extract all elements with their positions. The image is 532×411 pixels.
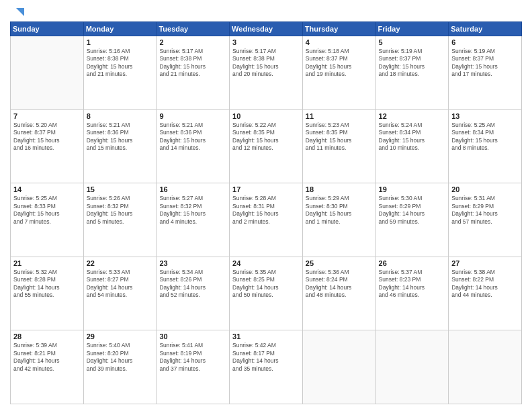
day-info: Sunrise: 5:35 AM Sunset: 8:25 PM Dayligh… [232, 269, 300, 300]
day-info: Sunrise: 5:21 AM Sunset: 8:36 PM Dayligh… [87, 122, 154, 152]
svg-marker-0 [16, 8, 24, 16]
calendar-week-row: 1Sunrise: 5:16 AM Sunset: 8:38 PM Daylig… [11, 36, 522, 110]
day-number: 2 [159, 38, 226, 46]
day-info: Sunrise: 5:41 AM Sunset: 8:19 PM Dayligh… [159, 342, 226, 373]
day-number: 31 [232, 332, 300, 340]
day-number: 6 [451, 38, 519, 46]
day-info: Sunrise: 5:32 AM Sunset: 8:28 PM Dayligh… [13, 269, 81, 300]
day-number: 15 [87, 185, 154, 193]
table-row: 20Sunrise: 5:31 AM Sunset: 8:29 PM Dayli… [449, 183, 522, 257]
day-number: 16 [159, 185, 226, 193]
table-row: 31Sunrise: 5:42 AM Sunset: 8:17 PM Dayli… [230, 330, 303, 404]
calendar-week-row: 14Sunrise: 5:25 AM Sunset: 8:33 PM Dayli… [11, 183, 522, 257]
col-monday: Monday [83, 22, 157, 36]
table-row: 24Sunrise: 5:35 AM Sunset: 8:25 PM Dayli… [230, 257, 303, 330]
table-row: 9Sunrise: 5:21 AM Sunset: 8:36 PM Daylig… [157, 109, 230, 183]
table-row: 22Sunrise: 5:33 AM Sunset: 8:27 PM Dayli… [83, 257, 157, 330]
day-number: 28 [13, 332, 81, 340]
day-number: 8 [87, 112, 154, 120]
table-row: 1Sunrise: 5:16 AM Sunset: 8:38 PM Daylig… [83, 36, 157, 110]
day-number: 22 [87, 259, 154, 267]
day-number: 18 [306, 185, 373, 193]
day-number: 29 [87, 332, 154, 340]
table-row: 26Sunrise: 5:37 AM Sunset: 8:23 PM Dayli… [375, 257, 449, 330]
col-saturday: Saturday [449, 22, 522, 36]
day-info: Sunrise: 5:30 AM Sunset: 8:29 PM Dayligh… [379, 195, 446, 226]
day-info: Sunrise: 5:17 AM Sunset: 8:38 PM Dayligh… [159, 48, 226, 79]
table-row: 5Sunrise: 5:19 AM Sunset: 8:37 PM Daylig… [375, 36, 449, 110]
page: Sunday Monday Tuesday Wednesday Thursday… [0, 0, 532, 411]
day-info: Sunrise: 5:22 AM Sunset: 8:35 PM Dayligh… [232, 122, 300, 152]
day-info: Sunrise: 5:33 AM Sunset: 8:27 PM Dayligh… [87, 269, 154, 300]
day-number: 30 [159, 332, 226, 340]
table-row: 30Sunrise: 5:41 AM Sunset: 8:19 PM Dayli… [157, 330, 230, 404]
table-row: 23Sunrise: 5:34 AM Sunset: 8:26 PM Dayli… [157, 257, 230, 330]
table-row: 21Sunrise: 5:32 AM Sunset: 8:28 PM Dayli… [11, 257, 84, 330]
day-info: Sunrise: 5:29 AM Sunset: 8:30 PM Dayligh… [306, 195, 373, 226]
day-number: 25 [306, 259, 373, 267]
table-row: 3Sunrise: 5:17 AM Sunset: 8:38 PM Daylig… [230, 36, 303, 110]
table-row: 2Sunrise: 5:17 AM Sunset: 8:38 PM Daylig… [157, 36, 230, 110]
table-row: 19Sunrise: 5:30 AM Sunset: 8:29 PM Dayli… [375, 183, 449, 257]
table-row: 8Sunrise: 5:21 AM Sunset: 8:36 PM Daylig… [83, 109, 157, 183]
day-number: 21 [13, 259, 81, 267]
table-row [449, 330, 522, 404]
table-row: 15Sunrise: 5:26 AM Sunset: 8:32 PM Dayli… [83, 183, 157, 257]
table-row [302, 330, 375, 404]
table-row: 10Sunrise: 5:22 AM Sunset: 8:35 PM Dayli… [230, 109, 303, 183]
col-friday: Friday [375, 22, 449, 36]
day-number: 10 [232, 112, 300, 120]
logo-block [10, 7, 24, 17]
day-info: Sunrise: 5:36 AM Sunset: 8:24 PM Dayligh… [306, 269, 373, 300]
day-info: Sunrise: 5:18 AM Sunset: 8:37 PM Dayligh… [306, 48, 373, 79]
day-number: 19 [379, 185, 446, 193]
day-number: 4 [306, 38, 373, 46]
day-info: Sunrise: 5:19 AM Sunset: 8:37 PM Dayligh… [451, 48, 519, 79]
col-wednesday: Wednesday [230, 22, 303, 36]
day-number: 13 [451, 112, 519, 120]
header [10, 7, 522, 17]
day-info: Sunrise: 5:39 AM Sunset: 8:21 PM Dayligh… [13, 342, 81, 373]
table-row: 4Sunrise: 5:18 AM Sunset: 8:37 PM Daylig… [302, 36, 375, 110]
col-thursday: Thursday [302, 22, 375, 36]
calendar-table: Sunday Monday Tuesday Wednesday Thursday… [10, 21, 522, 404]
table-row: 28Sunrise: 5:39 AM Sunset: 8:21 PM Dayli… [11, 330, 84, 404]
logo [10, 7, 24, 17]
day-number: 5 [379, 38, 446, 46]
day-info: Sunrise: 5:28 AM Sunset: 8:31 PM Dayligh… [232, 195, 300, 226]
table-row: 7Sunrise: 5:20 AM Sunset: 8:37 PM Daylig… [11, 109, 84, 183]
table-row: 11Sunrise: 5:23 AM Sunset: 8:35 PM Dayli… [302, 109, 375, 183]
day-number: 3 [232, 38, 300, 46]
day-number: 12 [379, 112, 446, 120]
day-number: 26 [379, 259, 446, 267]
day-info: Sunrise: 5:16 AM Sunset: 8:38 PM Dayligh… [87, 48, 154, 79]
day-info: Sunrise: 5:42 AM Sunset: 8:17 PM Dayligh… [232, 342, 300, 373]
calendar-week-row: 21Sunrise: 5:32 AM Sunset: 8:28 PM Dayli… [11, 257, 522, 330]
day-number: 23 [159, 259, 226, 267]
day-info: Sunrise: 5:20 AM Sunset: 8:37 PM Dayligh… [13, 122, 81, 152]
day-info: Sunrise: 5:38 AM Sunset: 8:22 PM Dayligh… [451, 269, 519, 300]
day-info: Sunrise: 5:37 AM Sunset: 8:23 PM Dayligh… [379, 269, 446, 300]
day-number: 17 [232, 185, 300, 193]
day-number: 1 [87, 38, 154, 46]
table-row: 27Sunrise: 5:38 AM Sunset: 8:22 PM Dayli… [449, 257, 522, 330]
day-info: Sunrise: 5:25 AM Sunset: 8:33 PM Dayligh… [13, 195, 81, 226]
day-number: 7 [13, 112, 81, 120]
table-row: 14Sunrise: 5:25 AM Sunset: 8:33 PM Dayli… [11, 183, 84, 257]
day-info: Sunrise: 5:21 AM Sunset: 8:36 PM Dayligh… [159, 122, 226, 152]
table-row: 16Sunrise: 5:27 AM Sunset: 8:32 PM Dayli… [157, 183, 230, 257]
table-row: 29Sunrise: 5:40 AM Sunset: 8:20 PM Dayli… [83, 330, 157, 404]
day-number: 14 [13, 185, 81, 193]
day-info: Sunrise: 5:25 AM Sunset: 8:34 PM Dayligh… [451, 122, 519, 152]
day-info: Sunrise: 5:27 AM Sunset: 8:32 PM Dayligh… [159, 195, 226, 226]
table-row: 13Sunrise: 5:25 AM Sunset: 8:34 PM Dayli… [449, 109, 522, 183]
day-info: Sunrise: 5:34 AM Sunset: 8:26 PM Dayligh… [159, 269, 226, 300]
col-tuesday: Tuesday [157, 22, 230, 36]
day-number: 27 [451, 259, 519, 267]
day-info: Sunrise: 5:31 AM Sunset: 8:29 PM Dayligh… [451, 195, 519, 226]
day-info: Sunrise: 5:40 AM Sunset: 8:20 PM Dayligh… [87, 342, 154, 373]
table-row: 6Sunrise: 5:19 AM Sunset: 8:37 PM Daylig… [449, 36, 522, 110]
day-number: 11 [306, 112, 373, 120]
table-row [11, 36, 84, 110]
calendar-header-row: Sunday Monday Tuesday Wednesday Thursday… [11, 22, 522, 36]
